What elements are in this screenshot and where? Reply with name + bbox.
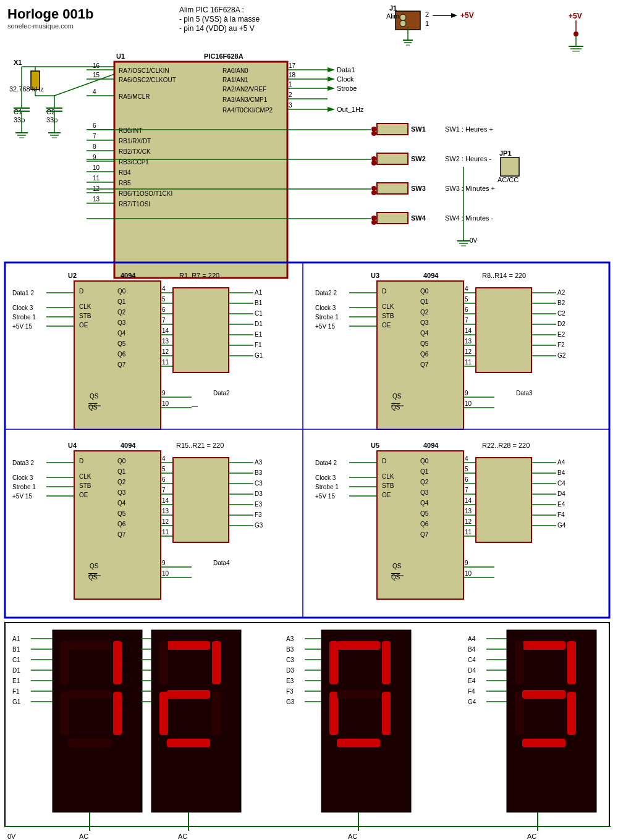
svg-text:D1: D1 bbox=[12, 667, 20, 674]
svg-text:18: 18 bbox=[289, 72, 296, 78]
svg-text:14: 14 bbox=[465, 497, 472, 504]
svg-line-55 bbox=[54, 74, 114, 96]
svg-rect-428 bbox=[167, 641, 210, 650]
svg-text:CLK: CLK bbox=[79, 473, 91, 480]
svg-text:AC/CC: AC/CC bbox=[497, 176, 519, 183]
svg-text:12: 12 bbox=[465, 518, 472, 525]
svg-text:RA5/MCLR: RA5/MCLR bbox=[119, 93, 150, 100]
svg-text:Q3: Q3 bbox=[420, 319, 429, 326]
svg-text:G2: G2 bbox=[557, 352, 566, 359]
svg-text:CLK: CLK bbox=[79, 303, 91, 310]
svg-text:RB6/T1OSO/T1CKI: RB6/T1OSO/T1CKI bbox=[119, 190, 172, 197]
svg-point-123 bbox=[371, 161, 376, 166]
svg-text:OE: OE bbox=[382, 322, 391, 329]
svg-text:3: 3 bbox=[289, 102, 292, 109]
svg-text:10: 10 bbox=[465, 570, 472, 577]
svg-text:E1: E1 bbox=[255, 331, 263, 338]
svg-text:F1: F1 bbox=[255, 342, 262, 348]
svg-text:R8..R14 = 220: R8..R14 = 220 bbox=[482, 272, 526, 279]
svg-text:C3: C3 bbox=[255, 480, 263, 487]
svg-rect-410 bbox=[68, 690, 111, 699]
svg-text:Q7: Q7 bbox=[420, 361, 429, 368]
svg-text:Data2  2: Data2 2 bbox=[315, 290, 337, 296]
svg-text:U2: U2 bbox=[68, 272, 77, 279]
svg-text:Clock  3: Clock 3 bbox=[315, 304, 336, 311]
svg-text:F4: F4 bbox=[468, 688, 475, 695]
svg-marker-113 bbox=[328, 107, 335, 112]
svg-text:SW3: SW3 bbox=[411, 185, 426, 192]
svg-text:11: 11 bbox=[93, 175, 100, 182]
svg-point-6 bbox=[400, 14, 406, 20]
svg-text:RA1/AN1: RA1/AN1 bbox=[222, 77, 248, 83]
svg-text:12: 12 bbox=[162, 518, 169, 525]
svg-text:Alim PIC 16F628A :: Alim PIC 16F628A : bbox=[179, 6, 244, 14]
svg-text:RA4/T0CKI/CMP2: RA4/T0CKI/CMP2 bbox=[222, 107, 273, 114]
svg-text:4: 4 bbox=[465, 455, 468, 462]
svg-text:SW1 : Heures +: SW1 : Heures + bbox=[445, 125, 493, 133]
svg-text:Q7: Q7 bbox=[420, 531, 429, 538]
svg-text:4: 4 bbox=[465, 285, 468, 292]
svg-text:Q3: Q3 bbox=[420, 489, 429, 496]
svg-text:Clock  3: Clock 3 bbox=[12, 304, 33, 311]
svg-text:J1: J1 bbox=[389, 4, 397, 12]
svg-text:12: 12 bbox=[465, 348, 472, 355]
svg-text:A2: A2 bbox=[557, 289, 565, 296]
svg-point-132 bbox=[371, 216, 376, 220]
schematic-svg: Horloge 001b sonelec-musique.com Alim PI… bbox=[0, 0, 618, 840]
svg-text:4094: 4094 bbox=[423, 272, 439, 279]
svg-text:RB5: RB5 bbox=[119, 180, 131, 187]
svg-text:Strobe  1: Strobe 1 bbox=[315, 314, 339, 321]
svg-rect-455 bbox=[337, 739, 380, 747]
svg-text:JP1: JP1 bbox=[499, 149, 512, 157]
svg-rect-409 bbox=[61, 641, 69, 684]
svg-text:C2: C2 bbox=[557, 310, 565, 317]
svg-text:SW2 : Heures -: SW2 : Heures - bbox=[445, 155, 492, 162]
svg-text:13: 13 bbox=[465, 508, 472, 514]
svg-text:RA7/OSC1/CLKIN: RA7/OSC1/CLKIN bbox=[119, 67, 169, 74]
svg-rect-476 bbox=[522, 641, 565, 650]
svg-text:D1: D1 bbox=[255, 321, 263, 327]
svg-text:1: 1 bbox=[289, 81, 292, 88]
svg-text:F2: F2 bbox=[557, 342, 565, 348]
svg-text:QS: QS bbox=[392, 563, 402, 569]
svg-text:sonelec-musique.com: sonelec-musique.com bbox=[7, 22, 74, 30]
svg-rect-429 bbox=[212, 641, 221, 684]
svg-text:+5V  15: +5V 15 bbox=[315, 323, 335, 330]
svg-text:RB1/RX/DT: RB1/RX/DT bbox=[119, 138, 151, 145]
svg-text:E4: E4 bbox=[468, 678, 476, 684]
svg-point-127 bbox=[371, 186, 376, 191]
svg-rect-381 bbox=[476, 458, 531, 542]
svg-text:Q0: Q0 bbox=[420, 458, 429, 464]
svg-text:A3: A3 bbox=[286, 636, 294, 642]
svg-text:6: 6 bbox=[93, 122, 96, 129]
svg-text:QS: QS bbox=[88, 574, 98, 581]
svg-text:B3: B3 bbox=[255, 469, 263, 476]
svg-point-128 bbox=[371, 190, 376, 195]
svg-text:+5V  15: +5V 15 bbox=[12, 493, 32, 500]
svg-text:STB: STB bbox=[382, 313, 394, 319]
svg-text:AC: AC bbox=[348, 833, 357, 840]
svg-rect-482 bbox=[522, 690, 565, 699]
svg-point-122 bbox=[371, 156, 376, 161]
svg-text:E2: E2 bbox=[557, 331, 565, 338]
svg-point-133 bbox=[371, 220, 376, 225]
svg-text:QS: QS bbox=[88, 404, 98, 411]
svg-text:D2: D2 bbox=[557, 321, 565, 327]
svg-rect-407 bbox=[68, 739, 111, 747]
svg-text:16: 16 bbox=[93, 62, 100, 69]
svg-text:7: 7 bbox=[465, 487, 468, 494]
svg-text:32.768 kHz: 32.768 kHz bbox=[9, 85, 44, 93]
svg-text:9: 9 bbox=[465, 560, 468, 566]
svg-text:Horloge 001b: Horloge 001b bbox=[7, 6, 93, 22]
svg-text:C1: C1 bbox=[255, 310, 263, 317]
svg-text:+5V  15: +5V 15 bbox=[12, 323, 32, 330]
svg-text:0V: 0V bbox=[7, 833, 16, 840]
svg-point-118 bbox=[371, 131, 376, 136]
svg-text:Q6: Q6 bbox=[117, 351, 126, 358]
svg-text:1: 1 bbox=[425, 20, 429, 27]
svg-text:RA0/AN0: RA0/AN0 bbox=[222, 67, 248, 74]
svg-text:Data1  2: Data1 2 bbox=[12, 290, 34, 296]
svg-rect-405 bbox=[113, 641, 122, 684]
svg-text:AC: AC bbox=[79, 833, 88, 840]
svg-text:A1: A1 bbox=[12, 636, 20, 642]
